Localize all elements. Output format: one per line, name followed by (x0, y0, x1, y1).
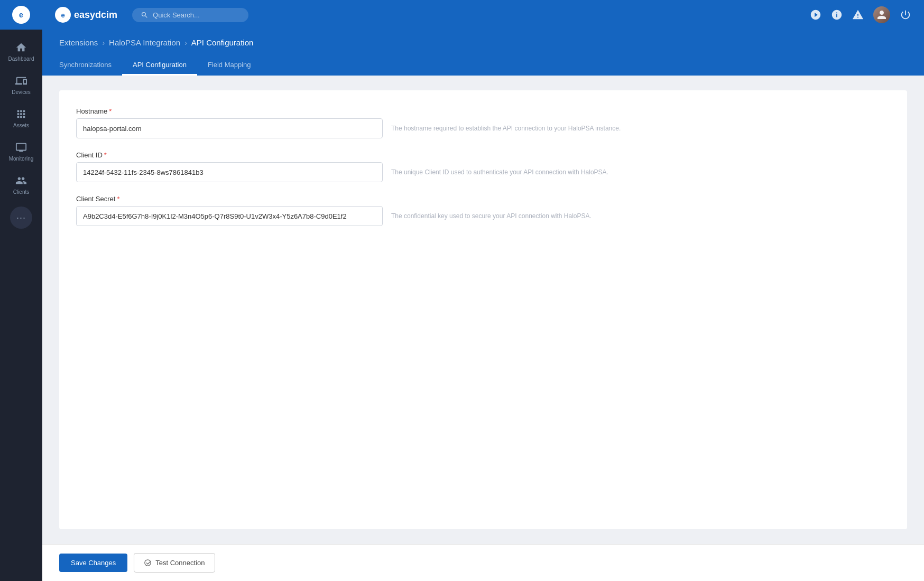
test-connection-label: Test Connection (155, 559, 205, 567)
devices-icon (15, 74, 27, 87)
sidebar-label-clients: Clients (13, 189, 30, 195)
sidebar: e Dashboard Devices Assets (0, 0, 42, 581)
breadcrumb: Extensions › HaloPSA Integration › API C… (59, 30, 907, 53)
topbar: e easydcim Quick Search... (42, 0, 924, 30)
clients-icon (15, 174, 27, 187)
play-circle-icon[interactable] (810, 9, 821, 21)
sidebar-item-clients[interactable]: Clients (0, 168, 42, 201)
hostname-label: Hostname * (76, 107, 890, 115)
hostname-input[interactable] (76, 118, 383, 138)
topbar-logo: e easydcim (55, 7, 117, 23)
header-section: Extensions › HaloPSA Integration › API C… (42, 30, 924, 76)
hostname-group: Hostname * The hostname required to esta… (76, 107, 890, 138)
client-id-required-star: * (104, 151, 107, 159)
sidebar-label-devices: Devices (12, 89, 31, 95)
sidebar-logo-mark: e (12, 6, 30, 24)
sidebar-label-monitoring: Monitoring (9, 156, 34, 162)
client-id-label: Client ID * (76, 151, 890, 159)
monitoring-icon (15, 141, 27, 154)
client-secret-row: The confidential key used to secure your… (76, 206, 890, 226)
breadcrumb-sep-1: › (102, 39, 105, 47)
form-card: Hostname * The hostname required to esta… (59, 90, 907, 529)
sidebar-item-devices[interactable]: Devices (0, 68, 42, 101)
alert-icon[interactable] (852, 9, 864, 21)
home-icon (15, 41, 27, 54)
client-secret-hint: The confidential key used to secure your… (391, 212, 890, 221)
topbar-logo-text: easydcim (74, 10, 117, 21)
tab-api-configuration[interactable]: API Configuration (122, 55, 197, 76)
sidebar-item-monitoring[interactable]: Monitoring (0, 135, 42, 168)
test-connection-icon (144, 559, 152, 567)
topbar-logo-mark: e (55, 7, 71, 23)
hostname-hint: The hostname required to establish the A… (391, 124, 890, 133)
test-connection-button[interactable]: Test Connection (134, 553, 215, 573)
sidebar-label-assets: Assets (13, 123, 29, 128)
breadcrumb-extensions[interactable]: Extensions (59, 38, 98, 47)
hostname-required-star: * (109, 107, 112, 115)
client-secret-input[interactable] (76, 206, 383, 226)
power-icon[interactable] (900, 9, 911, 21)
footer-bar: Save Changes Test Connection (42, 544, 924, 581)
topbar-icons (810, 6, 911, 23)
main-content: e easydcim Quick Search... Extensions › … (42, 0, 924, 581)
client-secret-label: Client Secret * (76, 195, 890, 203)
tabs: Synchronizations API Configuration Field… (59, 55, 907, 76)
breadcrumb-current: API Configuration (191, 38, 254, 47)
client-secret-group: Client Secret * The confidential key use… (76, 195, 890, 226)
client-id-row: The unique Client ID used to authenticat… (76, 162, 890, 182)
sidebar-more-button[interactable]: ··· (10, 207, 32, 229)
sidebar-label-dashboard: Dashboard (8, 56, 34, 62)
save-changes-button[interactable]: Save Changes (59, 554, 127, 572)
sidebar-logo: e (0, 0, 42, 30)
info-icon[interactable] (831, 9, 843, 21)
search-icon (141, 11, 149, 19)
client-id-input[interactable] (76, 162, 383, 182)
breadcrumb-halopsa[interactable]: HaloPSA Integration (109, 38, 180, 47)
hostname-row: The hostname required to establish the A… (76, 118, 890, 138)
sidebar-item-dashboard[interactable]: Dashboard (0, 35, 42, 68)
breadcrumb-sep-2: › (184, 39, 187, 47)
assets-icon (15, 108, 27, 120)
content-wrapper: Hostname * The hostname required to esta… (42, 76, 924, 544)
client-id-group: Client ID * The unique Client ID used to… (76, 151, 890, 182)
tab-field-mapping[interactable]: Field Mapping (197, 55, 262, 76)
search-bar[interactable]: Quick Search... (132, 8, 248, 22)
tab-synchronizations[interactable]: Synchronizations (59, 55, 122, 76)
search-placeholder: Quick Search... (153, 11, 200, 19)
client-secret-required-star: * (117, 195, 119, 203)
client-id-hint: The unique Client ID used to authenticat… (391, 168, 890, 177)
sidebar-nav: Dashboard Devices Assets Monitoring (0, 30, 42, 581)
sidebar-item-assets[interactable]: Assets (0, 101, 42, 135)
avatar[interactable] (873, 6, 890, 23)
